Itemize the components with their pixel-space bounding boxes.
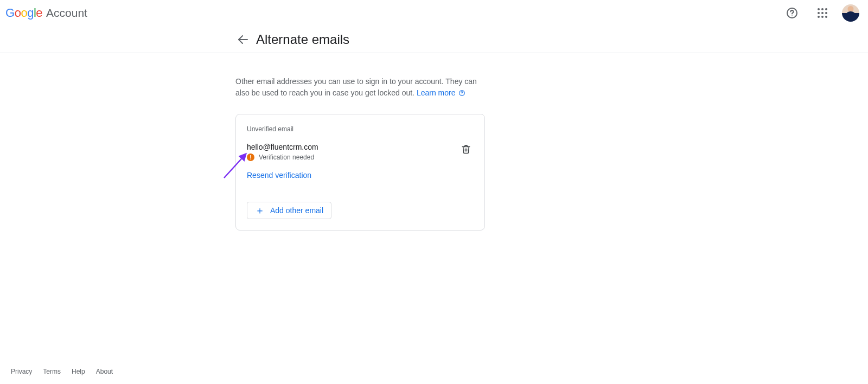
main-content: Other email addresses you can use to sig… <box>0 53 486 231</box>
email-address: hello@fluentcrm.com <box>247 143 318 151</box>
back-button[interactable] <box>232 29 254 50</box>
intro-text: Other email addresses you can use to sig… <box>235 76 485 99</box>
logo[interactable]: Google Account <box>5 6 87 20</box>
help-icon <box>786 7 799 20</box>
svg-point-3 <box>821 8 824 10</box>
svg-point-7 <box>825 12 827 14</box>
svg-point-10 <box>825 16 827 18</box>
svg-point-1 <box>792 15 793 16</box>
product-name: Account <box>46 7 87 20</box>
help-button[interactable] <box>781 2 803 24</box>
svg-point-8 <box>818 16 820 18</box>
add-button-label: Add other email <box>270 206 323 215</box>
plus-icon: ＋ <box>255 207 265 214</box>
apps-button[interactable] <box>812 2 833 24</box>
trash-icon <box>461 144 471 154</box>
svg-point-9 <box>821 16 824 18</box>
header-actions <box>781 2 859 24</box>
svg-point-2 <box>818 8 820 10</box>
footer-privacy[interactable]: Privacy <box>11 368 32 375</box>
page-title: Alternate emails <box>256 32 349 47</box>
avatar[interactable] <box>842 4 859 22</box>
info-circle-icon <box>458 89 465 97</box>
learn-more-link[interactable]: Learn more <box>417 88 465 97</box>
section-label: Unverified email <box>247 125 474 133</box>
google-logo: Google <box>5 6 42 20</box>
alternate-emails-card: Unverified email hello@fluentcrm.com ! V… <box>235 114 485 231</box>
email-entry: hello@fluentcrm.com ! Verification neede… <box>247 143 474 161</box>
add-other-email-button[interactable]: ＋ Add other email <box>247 202 331 219</box>
status-text: Verification needed <box>259 153 314 161</box>
footer-about[interactable]: About <box>96 368 113 375</box>
footer-help[interactable]: Help <box>72 368 85 375</box>
top-bar: Google Account <box>0 0 868 26</box>
svg-point-5 <box>818 12 820 14</box>
svg-point-6 <box>821 12 824 14</box>
apps-icon <box>817 8 828 18</box>
page-header: Alternate emails <box>0 26 868 53</box>
warning-icon: ! <box>247 153 254 161</box>
arrow-left-icon <box>237 33 250 46</box>
svg-point-4 <box>825 8 827 10</box>
footer: Privacy Terms Help About <box>0 368 113 375</box>
svg-point-13 <box>462 94 462 95</box>
status-line: ! Verification needed <box>247 153 318 161</box>
footer-terms[interactable]: Terms <box>43 368 61 375</box>
email-info: hello@fluentcrm.com ! Verification neede… <box>247 143 318 161</box>
delete-email-button[interactable] <box>455 138 477 160</box>
resend-verification-link[interactable]: Resend verification <box>247 171 311 180</box>
